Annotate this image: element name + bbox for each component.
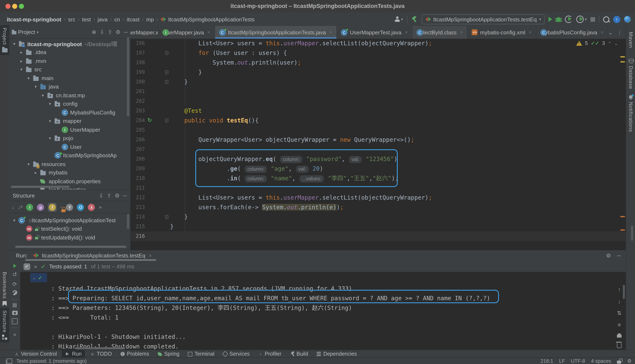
tree-item-config[interactable]: ▾config <box>9 100 130 108</box>
line-separator[interactable]: LF <box>559 358 565 364</box>
console-horizontal-scrollbar[interactable] <box>75 347 125 349</box>
expand-all-icon[interactable]: ⇩ <box>100 29 104 35</box>
sort-alpha-icon[interactable]: ↓ᵃ <box>18 204 23 210</box>
structure-item[interactable]: mtestUpdateById(): void <box>9 233 130 242</box>
down-stacktrace-icon[interactable]: ↓ <box>618 298 621 304</box>
caret-position[interactable]: 216:1 <box>540 358 553 364</box>
scroll-to-end-icon[interactable]: ≡ <box>617 322 621 328</box>
stripe-item-database[interactable]: Database <box>626 56 635 92</box>
chevron-down-icon[interactable]: ▾ <box>48 102 53 106</box>
stop-icon[interactable] <box>13 303 17 308</box>
toolwindow-button-services[interactable]: Services <box>220 350 253 358</box>
user-account-button[interactable]: ▾ <box>394 16 403 22</box>
close-tab-icon[interactable]: × <box>405 29 408 35</box>
test-tree-selected-row[interactable]: ⌄ ✓ <box>30 273 47 282</box>
tree-item-usermapper[interactable]: IUserMapper <box>9 126 130 134</box>
structure-item[interactable]: ▾CoItcastMpSpringbootApplicationTest <box>9 216 130 224</box>
chevron-down-icon[interactable]: ▾ <box>12 218 17 223</box>
fields-icon[interactable]: f <box>49 204 56 211</box>
close-tab-icon[interactable]: × <box>207 29 210 35</box>
toolwindow-button-problems[interactable]: !Problems <box>117 350 153 358</box>
editor-tab[interactable]: CMybatisPlusConfig.java× <box>536 26 608 38</box>
build-hammer-icon[interactable] <box>411 16 418 23</box>
search-everywhere-icon[interactable] <box>603 16 609 22</box>
highlighting-level-icon[interactable]: ⚙ <box>627 358 632 364</box>
chevron-down-icon[interactable]: ▾ <box>48 119 53 124</box>
structure-tree[interactable]: ▾CoItcastMpSpringbootApplicationTestmtes… <box>9 214 130 245</box>
refresh-icon[interactable]: ⟳ <box>12 281 17 287</box>
tree-item-pojo[interactable]: ▾pojo <box>9 134 130 142</box>
toolwindow-layout-icon[interactable] <box>7 358 12 364</box>
gradle-sphere-icon[interactable] <box>624 16 631 23</box>
close-tab-icon[interactable]: × <box>600 29 603 35</box>
tree-item-main[interactable]: ▾main <box>9 74 130 82</box>
chevron-down-icon[interactable]: ▾ <box>40 93 45 98</box>
editor-tab[interactable]: CSelectById.class× <box>412 26 468 38</box>
toolwindow-button-build[interactable]: Build <box>286 350 312 358</box>
editor-scrollbar[interactable] <box>631 226 633 241</box>
close-run-tab-icon[interactable]: × <box>149 252 152 258</box>
toolwindow-button-terminal[interactable]: ›Terminal <box>184 350 218 358</box>
close-window-button[interactable] <box>6 4 11 9</box>
hide-panel-icon[interactable]: ─ <box>617 252 621 258</box>
chevron-down-icon[interactable]: ▾ <box>48 136 53 141</box>
tree-item-java[interactable]: ▾java <box>9 82 130 91</box>
thread-dump-icon[interactable] <box>12 311 18 315</box>
sort-visibility-icon[interactable]: ↓ <box>12 204 14 210</box>
gear-icon[interactable]: ⚙ <box>115 29 120 35</box>
toolwindow-button-version-control[interactable]: YVersion Control <box>11 350 60 358</box>
tree-item-src[interactable]: ▾src <box>9 65 130 74</box>
clear-console-icon[interactable] <box>617 343 621 348</box>
editor-tab[interactable]: <>mybatis-config.xml× <box>468 26 536 38</box>
tab-list-chevron-icon[interactable]: ⌄ <box>608 29 613 36</box>
project-vertical-scrollbar[interactable] <box>127 37 129 116</box>
minimize-window-button[interactable] <box>12 4 17 9</box>
breadcrumb-item[interactable]: test <box>82 16 91 22</box>
expand-all-icon[interactable]: ⇩ <box>99 192 104 198</box>
gear-icon[interactable]: ⚙ <box>606 252 611 258</box>
breadcrumb-item[interactable]: cn <box>114 16 120 22</box>
console-vertical-scrollbar[interactable] <box>623 285 625 299</box>
project-panel-title[interactable]: Project <box>18 29 35 35</box>
breadcrumb-item[interactable]: itcast-mp-springboot <box>7 16 61 22</box>
chevron-down-icon[interactable]: ▾ <box>33 84 38 89</box>
run-test-gutter-icon[interactable]: ↻ <box>147 118 152 123</box>
breadcrumb-item[interactable]: itcast <box>127 16 140 22</box>
close-tab-icon[interactable]: × <box>529 29 532 35</box>
status-message[interactable]: Tests passed: 1 (moments ago) <box>16 358 87 364</box>
merge-icon[interactable]: Y <box>66 204 73 211</box>
stop-button[interactable] <box>590 17 595 22</box>
tree-item-user[interactable]: CUser <box>9 142 130 151</box>
editor-tab[interactable]: CUserMapperTest.java× <box>337 26 412 38</box>
editor-tab[interactable]: IUserMapper.java× <box>158 26 215 38</box>
collapse-all-icon[interactable]: ⇧ <box>108 29 112 35</box>
breadcrumb-item[interactable]: ItcastMpSpringbootApplicationTests <box>168 16 255 22</box>
project-tree[interactable]: ▾itcast-mp-springboot~/Desktop/项▸.idea▸.… <box>9 38 131 190</box>
show-passed-filter-icon[interactable]: ✓ <box>24 263 30 270</box>
debug-button[interactable] <box>556 16 561 22</box>
close-tab-icon[interactable]: × <box>460 29 463 35</box>
more-icon[interactable]: » <box>13 331 16 338</box>
chevron-down-icon[interactable]: ▾ <box>19 67 24 72</box>
stripe-item-structure[interactable]: Structure <box>0 308 9 342</box>
lambda-icon[interactable]: λ <box>88 204 95 211</box>
breadcrumb-item[interactable]: src <box>68 16 75 22</box>
tree-item-itcastmpspringbootap[interactable]: CItcastMpSpringbootAp <box>9 151 130 160</box>
chevron-right-icon[interactable]: ▸ <box>19 50 24 55</box>
tree-item-resources[interactable]: ▾resources <box>9 160 130 168</box>
run-button[interactable] <box>549 17 552 22</box>
stripe-item-project[interactable]: Project <box>0 25 9 55</box>
toolwindow-button-run[interactable]: Run <box>62 350 85 358</box>
close-tab-icon[interactable]: × <box>329 29 332 35</box>
fold-marker-icon[interactable] <box>165 51 168 55</box>
breadcrumb[interactable]: itcast-mp-springboot›src›test›java›cn›it… <box>0 16 255 22</box>
fold-marker-icon[interactable] <box>165 215 168 219</box>
stripe-item-bookmarks[interactable]: Bookmarks <box>0 269 9 308</box>
fold-marker-icon[interactable] <box>165 70 168 74</box>
structure-horizontal-scrollbar[interactable] <box>9 245 130 249</box>
run-tab-label[interactable]: ItcastMpSpringbootApplicationTests.testE… <box>42 252 145 258</box>
tree-item-mapper[interactable]: ▾mapper <box>9 117 130 126</box>
structure-item[interactable]: mtestSelect(): void <box>9 224 130 233</box>
readonly-lock-icon[interactable] <box>617 358 621 364</box>
tree-item-cn-itcast-mp[interactable]: ▾cn.itcast.mp <box>9 91 130 100</box>
